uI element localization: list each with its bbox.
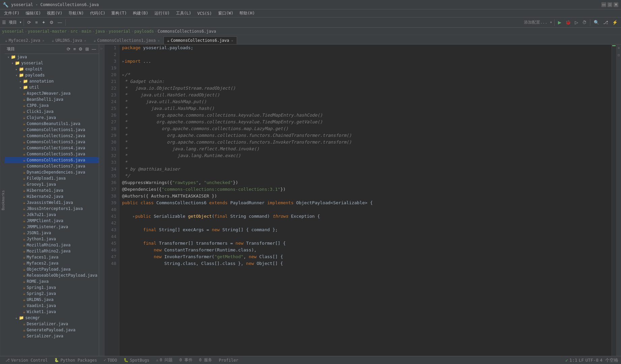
tree-item-34[interactable]: ☕Myfaces2.java (5, 260, 99, 266)
profiler-tab[interactable]: Profiler (216, 357, 241, 363)
tree-item-22[interactable]: ☕Hibernate1.java (5, 187, 99, 193)
tree-item-21[interactable]: ☕Groovy1.java (5, 181, 99, 187)
tree-item-33[interactable]: ☕Myfaces1.java (5, 254, 99, 260)
breadcrumb-item-6[interactable]: payloads (135, 29, 154, 34)
breadcrumb-item-0[interactable]: ysoserial (2, 29, 24, 34)
menu-item-n[interactable]: 导航(N) (66, 10, 87, 17)
tree-item-24[interactable]: ☕JavassistWeld1.java (5, 200, 99, 206)
menu-item-v[interactable]: 视图(V) (44, 10, 65, 17)
tree-item-32[interactable]: ☕MozillaRhino2.java (5, 248, 99, 254)
tree-item-39[interactable]: ☕Spring2.java (5, 291, 99, 297)
tree-arrow-3[interactable]: ▾ (14, 73, 19, 78)
close-button[interactable]: ✕ (614, 2, 618, 7)
tree-item-16[interactable]: ☕CommonsCollections5.java (5, 151, 99, 157)
expand-btn[interactable]: ✦ (40, 19, 47, 26)
problems-tab[interactable]: ⚠ 0 问题 (153, 357, 175, 364)
tree-item-20[interactable]: ☕FileUpload1.java (5, 175, 99, 181)
vcs-btn[interactable]: ⎇ (602, 19, 610, 26)
close-panel-btn[interactable]: — (56, 19, 63, 26)
tree-arrow-1[interactable]: ▾ (10, 61, 15, 65)
search-btn[interactable]: 🔍 (592, 19, 600, 26)
bookmarks-label[interactable]: Bookmarks (0, 188, 5, 212)
minimize-button[interactable]: — (601, 2, 606, 7)
tree-item-42[interactable]: ☕Wicket1.java (5, 309, 99, 315)
tree-item-11[interactable]: ☕CommonsBeanutils1.java (5, 121, 99, 127)
tree-item-29[interactable]: ☕JSON1.java (5, 230, 99, 236)
tree-item-4[interactable]: ▸📁annotation (5, 78, 99, 84)
position-label[interactable]: 1:1 (569, 358, 577, 363)
version-control-tab[interactable]: ⎇ Version Control (3, 357, 50, 363)
events-tab[interactable]: 0 事件 (177, 357, 195, 364)
code-scroll[interactable]: 1231920212223242526272829303132333435363… (105, 44, 612, 356)
sidebar-settings-btn[interactable]: ⚙ (78, 46, 83, 52)
filter-btn[interactable]: ≡ (34, 19, 39, 26)
indentation-label[interactable]: 4 个空格 (600, 357, 618, 363)
menu-item-h[interactable]: 帮助(H) (237, 10, 258, 17)
tree-item-12[interactable]: ☕CommonsCollections1.java (5, 127, 99, 133)
sync-btn[interactable]: ⟳ (26, 19, 32, 26)
menu-item-vcss[interactable]: VCS(S) (195, 10, 214, 17)
tree-item-14[interactable]: ☕CommonsCollections3.java (5, 139, 99, 145)
menu-item-w[interactable]: 窗口(W) (215, 10, 236, 17)
breadcrumb-item-4[interactable]: java (95, 29, 105, 34)
tree-item-46[interactable]: ☕Serializer.java (5, 333, 99, 339)
tab-close-1[interactable]: ✕ (84, 39, 86, 42)
code-content[interactable]: package ysoserial.payloads; ▸import ... … (119, 44, 612, 356)
tree-item-18[interactable]: ☕CommonsCollections7.java (5, 163, 99, 169)
tree-item-26[interactable]: ☕Jdk7u21.java (5, 212, 99, 218)
tree-item-13[interactable]: ☕CommonsCollections2.java (5, 133, 99, 139)
tree-item-3[interactable]: ▾📁payloads (5, 72, 99, 78)
tree-item-36[interactable]: ☕ReleaseableObjectPayload.java (5, 272, 99, 278)
far-right-icon-1[interactable]: ≡ (618, 44, 620, 52)
coverage-btn[interactable]: ▷ (573, 19, 580, 26)
tab-close-0[interactable]: ✕ (42, 39, 45, 42)
run-anything-btn[interactable]: ⚡ (611, 19, 619, 26)
sidebar-expand-btn[interactable]: ⊞ (85, 46, 90, 52)
run-btn[interactable]: ▶ (557, 19, 563, 26)
tree-item-5[interactable]: ▸📁util (5, 84, 99, 90)
breadcrumb-item-1[interactable]: ysoserial-master (28, 29, 67, 34)
tree-item-0[interactable]: ▾📁java (5, 54, 99, 60)
project-toggle-icon[interactable]: ☰ (2, 20, 6, 25)
menu-item-e[interactable]: 编辑(E) (23, 10, 44, 17)
tree-item-8[interactable]: ☕C3P0.java (5, 102, 99, 109)
tree-arrow-5[interactable]: ▸ (18, 85, 23, 90)
todo-tab[interactable]: ✓ TODO (101, 357, 120, 363)
menu-item-f[interactable]: 文件(F) (1, 10, 22, 17)
tree-item-9[interactable]: ☕Click1.java (5, 109, 99, 115)
sidebar-sync-btn[interactable]: ⟳ (66, 46, 71, 52)
tree-item-15[interactable]: ☕CommonsCollections4.java (5, 145, 99, 151)
line-ending-label[interactable]: LF (579, 358, 584, 363)
tree-arrow-0[interactable]: ▾ (6, 55, 11, 59)
menu-item-u[interactable]: 运行(U) (152, 10, 173, 17)
tree-item-19[interactable]: ☕DynamicDependencies.java (5, 169, 99, 175)
tree-item-25[interactable]: ☕JBossInterceptors1.java (5, 206, 99, 212)
tab-close-2[interactable]: ✕ (158, 39, 160, 42)
profile-btn[interactable]: ⏱ (581, 19, 588, 26)
breadcrumb-item-5[interactable]: ysoserial (109, 29, 130, 34)
far-right-icon-2[interactable]: ⊟ (618, 52, 620, 59)
tab-Myfaces2-java[interactable]: ☕ Myfaces2.java ✕ (1, 36, 48, 44)
tab-close-3[interactable]: ✕ (231, 39, 233, 42)
tree-item-45[interactable]: ☕GeneratePayload.java (5, 327, 99, 333)
tab-CommonsCollections6-java[interactable]: ☕ CommonsCollections6.java ✕ (164, 36, 237, 44)
tree-item-2[interactable]: ▸📁exploit (5, 66, 99, 72)
tab-CommonsCollections1-java[interactable]: ☕ CommonsCollections1.java ✕ (90, 36, 164, 44)
spotbugs-tab[interactable]: 🐛 SpotBugs (121, 357, 152, 363)
sidebar-filter-btn[interactable]: ≡ (72, 46, 77, 52)
debug-btn[interactable]: 🐞 (564, 19, 572, 26)
tree-item-6[interactable]: ☕AspectJWeaver.java (5, 90, 99, 96)
python-packages-tab[interactable]: 🐍 Python Packages (52, 357, 99, 363)
sidebar-close-btn[interactable]: — (91, 46, 97, 52)
tree-item-37[interactable]: ☕ROME.java (5, 278, 99, 284)
project-label[interactable]: 项目 ▾ (9, 20, 22, 25)
tree-item-43[interactable]: ▸📁secmgr (5, 315, 99, 321)
tree-item-30[interactable]: ☕Jython1.java (5, 236, 99, 242)
menu-item-t[interactable]: 重构(T) (109, 10, 129, 17)
tree-arrow-4[interactable]: ▸ (18, 79, 23, 84)
tree-item-10[interactable]: ☕Clojure.java (5, 115, 99, 121)
tree-item-44[interactable]: ☕Deserializer.java (5, 321, 99, 327)
menu-item-b[interactable]: 构建(B) (130, 10, 151, 17)
tree-item-31[interactable]: ☕MozillaRhino1.java (5, 242, 99, 248)
tree-arrow-43[interactable]: ▸ (14, 315, 19, 320)
